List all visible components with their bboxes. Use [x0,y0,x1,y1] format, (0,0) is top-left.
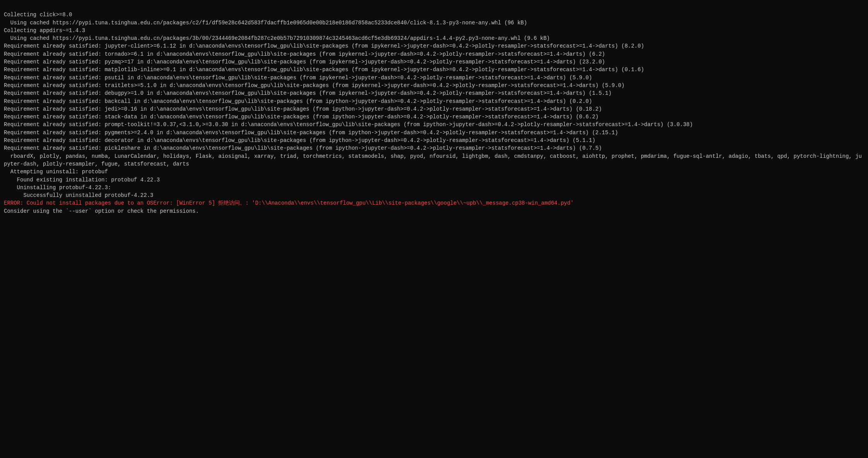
terminal-line-3: Using cached https://pypi.tuna.tsinghua.… [4,35,550,41]
terminal-line-7: Requirement already satisfied: matplotli… [4,67,644,73]
terminal-line-8: Requirement already satisfied: psutil in… [4,75,592,81]
terminal-line-11: Requirement already satisfied: backcall … [4,98,592,104]
terminal-line-1: Using cached https://pypi.tuna.tsinghua.… [4,20,527,26]
terminal-line-23: ERROR: Could not install packages due to… [4,200,574,206]
terminal-line-14: Requirement already satisfied: prompt-to… [4,121,693,128]
terminal-line-10: Requirement already satisfied: debugpy>=… [4,90,612,96]
terminal-line-16: Requirement already satisfied: decorator… [4,137,595,144]
terminal-line-5: Requirement already satisfied: tornado>=… [4,51,605,57]
terminal-line-20: Found existing installation: protobuf 4.… [4,177,160,183]
terminal-line-15: Requirement already satisfied: pygments>… [4,130,618,136]
terminal-output: Collecting click>=8.0 Using cached https… [4,3,864,215]
terminal-line-18: rboardX, plotly, pandas, numba, LunarCal… [4,153,862,167]
terminal-line-17: Requirement already satisfied: picklesha… [4,145,602,151]
terminal-line-19: Attempting uninstall: protobuf [4,169,108,175]
terminal-line-2: Collecting appdirs~=1.4.3 [4,27,85,34]
terminal-line-9: Requirement already satisfied: traitlets… [4,82,625,89]
terminal-line-12: Requirement already satisfied: jedi>=0.1… [4,106,602,112]
terminal-line-13: Requirement already satisfied: stack-dat… [4,114,598,120]
terminal-line-21: Uninstalling protobuf-4.22.3: [4,185,111,191]
terminal-line-0: Collecting click>=8.0 [4,12,72,18]
terminal-line-4: Requirement already satisfied: jupyter-c… [4,43,644,49]
terminal-line-22: Successfully uninstalled protobuf-4.22.3 [4,192,153,198]
terminal-line-6: Requirement already satisfied: pyzmq>=17… [4,59,605,65]
terminal-line-24: Consider using the `--user` option or ch… [4,208,199,214]
